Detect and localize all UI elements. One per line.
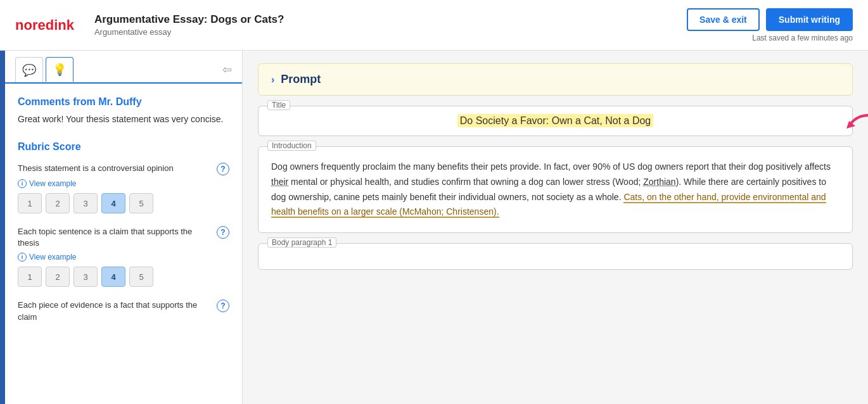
intro-section-wrapper: Introduction Dog owners frequently procl…: [258, 146, 853, 233]
last-saved-status: Last saved a few minutes ago: [752, 34, 853, 42]
title-arrow-svg: [844, 102, 868, 140]
rubric-item-1-scores: 1 2 3 4 5: [18, 193, 229, 213]
rubric-item-2-title: Each topic sentence is a claim that supp…: [18, 226, 212, 249]
body1-section-label: Body paragraph 1: [267, 237, 336, 248]
body1-section-wrapper: Body paragraph 1: [258, 243, 853, 270]
view-example-icon-2: i: [18, 253, 27, 262]
sidebar: 💬 💡 ⇦ Comments from Mr. Duffy Great work…: [5, 51, 243, 404]
logo: noredink: [15, 17, 74, 34]
logo-no: no: [15, 17, 32, 33]
header-actions: Save & exit Submit writing Last saved a …: [687, 8, 853, 42]
rubric-item-3-title: Each piece of evidence is a fact that su…: [18, 300, 212, 322]
assignment-title: Argumentative Essay: Dogs or Cats?: [94, 13, 687, 26]
rubric-item-2-help[interactable]: ?: [217, 226, 229, 239]
logo-red: red: [32, 17, 54, 33]
save-exit-button[interactable]: Save & exit: [687, 8, 760, 31]
rubric-item-1: Thesis statement is a controversial opin…: [18, 163, 229, 213]
logo-ink: ink: [54, 17, 74, 33]
comment-icon: 💬: [22, 63, 36, 77]
main-layout: 💬 💡 ⇦ Comments from Mr. Duffy Great work…: [0, 51, 868, 404]
score-btn-2-2[interactable]: 2: [46, 267, 70, 287]
rubric-item-2-header: Each topic sentence is a claim that supp…: [18, 226, 229, 249]
score-btn-1-3[interactable]: 3: [73, 193, 98, 213]
title-section: Title Do Society a Favor: Own a Cat, Not…: [258, 106, 853, 136]
view-example-label-1: View example: [29, 179, 76, 188]
title-highlight: Do Society a Favor: Own a Cat, Not a Dog: [457, 114, 653, 127]
header: noredink Argumentative Essay: Dogs or Ca…: [0, 0, 868, 51]
header-title: Argumentative Essay: Dogs or Cats? Argum…: [94, 13, 687, 37]
sidebar-tabs: 💬 💡 ⇦: [5, 51, 242, 84]
tab-suggestions[interactable]: 💡: [46, 57, 73, 82]
intro-text: Dog owners frequently proclaim the many …: [258, 147, 852, 232]
intro-section-label: Introduction: [267, 141, 316, 151]
prompt-label: Prompt: [281, 73, 321, 86]
rubric-item-1-header: Thesis statement is a controversial opin…: [18, 163, 229, 175]
title-section-label: Title: [267, 100, 290, 110]
rubric-item-2: Each topic sentence is a claim that supp…: [18, 226, 229, 287]
score-btn-1-1[interactable]: 1: [18, 193, 42, 213]
score-btn-1-2[interactable]: 2: [46, 193, 70, 213]
comments-text: Great work! Your thesis statement was ve…: [18, 113, 229, 126]
rubric-item-3-help[interactable]: ?: [217, 300, 229, 312]
score-btn-2-1[interactable]: 1: [18, 267, 42, 287]
score-btn-1-5[interactable]: 5: [129, 193, 153, 213]
prompt-bar[interactable]: › Prompt: [258, 63, 853, 96]
intro-underline-their: their: [271, 177, 288, 187]
header-buttons: Save & exit Submit writing: [687, 8, 853, 31]
sidebar-content: Comments from Mr. Duffy Great work! Your…: [5, 84, 242, 404]
intro-text-1: Dog owners frequently proclaim the many …: [271, 161, 831, 172]
rubric-item-3-header: Each piece of evidence is a fact that su…: [18, 300, 229, 322]
rubric-item-1-view-example[interactable]: i View example: [18, 179, 229, 188]
rubric-item-1-title: Thesis statement is a controversial opin…: [18, 163, 212, 174]
body1-section: Body paragraph 1: [258, 243, 853, 270]
tab-comments[interactable]: 💬: [15, 57, 43, 82]
prompt-chevron-icon: ›: [271, 74, 274, 85]
content-area: › Prompt Title Do Society a Favor: Own a…: [243, 51, 868, 404]
intro-section: Introduction Dog owners frequently procl…: [258, 146, 853, 233]
bulb-icon: 💡: [53, 63, 67, 77]
score-btn-2-4[interactable]: 4: [101, 267, 125, 287]
score-btn-2-3[interactable]: 3: [73, 267, 98, 287]
body1-text: [258, 244, 852, 269]
view-example-icon-1: i: [18, 179, 27, 188]
intro-text-2: mental or physical health, and studies c…: [288, 177, 643, 187]
submit-writing-button[interactable]: Submit writing: [766, 8, 853, 31]
intro-underline-zorthian: Zorthian: [643, 177, 675, 187]
comments-heading: Comments from Mr. Duffy: [18, 96, 229, 108]
rubric-item-2-view-example[interactable]: i View example: [18, 253, 229, 262]
score-btn-2-5[interactable]: 5: [129, 267, 153, 287]
rubric-item-3: Each piece of evidence is a fact that su…: [18, 300, 229, 322]
view-example-label-2: View example: [29, 253, 76, 262]
left-accent-bar: [0, 51, 5, 404]
rubric-heading: Rubric Score: [18, 141, 229, 153]
collapse-icon[interactable]: ⇦: [222, 63, 232, 77]
title-text: Do Society a Favor: Own a Cat, Not a Dog: [258, 106, 852, 136]
rubric-item-2-scores: 1 2 3 4 5: [18, 267, 229, 287]
assignment-subtitle: Argumentative essay: [94, 27, 687, 37]
title-section-wrapper: Title Do Society a Favor: Own a Cat, Not…: [258, 106, 853, 136]
score-btn-1-4[interactable]: 4: [101, 193, 125, 213]
rubric-item-1-help[interactable]: ?: [217, 163, 229, 175]
